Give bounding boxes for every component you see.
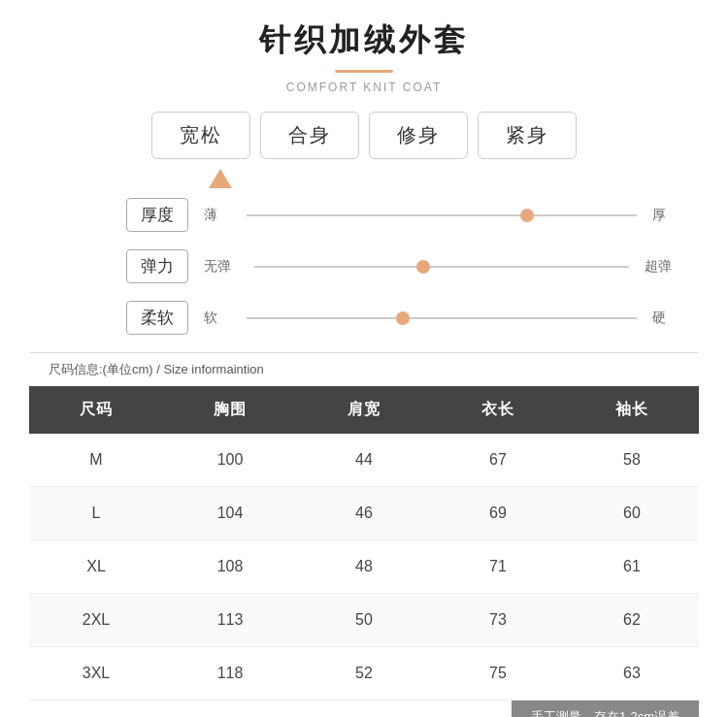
table-cell: 67: [431, 434, 565, 487]
slider-track-elasticity: [254, 266, 629, 268]
slider-dot-elasticity: [416, 260, 430, 274]
fit-btn-3[interactable]: 紧身: [478, 112, 577, 159]
fit-btn-1[interactable]: 合身: [260, 112, 359, 159]
slider-track-thickness: [247, 214, 637, 216]
attr-max-thickness: 厚: [652, 207, 679, 224]
page-wrapper: 针织加绒外套 COMFORT KNIT COAT 宽松 合身 修身 紧身 厚度 …: [0, 0, 728, 717]
attr-min-elasticity: 无弹: [204, 258, 239, 276]
table-header-cell: 肩宽: [297, 386, 431, 434]
measure-note: 手工测量，存在1-2cm误差: [512, 701, 699, 717]
fit-btn-0[interactable]: 宽松: [151, 112, 250, 159]
table-cell: 73: [431, 594, 565, 647]
table-cell: 113: [163, 594, 297, 647]
main-title: 针织加绒外套: [29, 19, 699, 62]
table-footer: 手工测量，存在1-2cm误差: [29, 701, 699, 717]
table-header-cell: 衣长: [431, 386, 565, 434]
table-cell: XL: [29, 540, 163, 594]
table-row: M100446758: [29, 434, 699, 487]
table-header-row: 尺码胸围肩宽衣长袖长: [29, 386, 699, 434]
attr-min-softness: 软: [204, 310, 231, 327]
table-cell: 61: [565, 540, 699, 594]
slider-dot-softness: [396, 311, 410, 325]
table-row: XL108487161: [29, 540, 699, 594]
table-cell: 100: [163, 434, 297, 487]
table-cell: 75: [431, 647, 565, 701]
slider-track-softness: [247, 317, 637, 319]
attr-row-thickness: 厚度 薄 厚: [49, 198, 679, 232]
table-cell: 118: [163, 647, 297, 701]
arrow-row: [29, 169, 699, 188]
table-cell: 104: [163, 487, 297, 540]
table-cell: 44: [297, 434, 431, 487]
title-underline: [335, 70, 393, 73]
attr-max-softness: 硬: [652, 310, 679, 327]
table-cell: 71: [431, 540, 565, 594]
size-table: 尺码胸围肩宽衣长袖长 M100446758L104466960XL1084871…: [29, 386, 699, 701]
table-cell: 46: [297, 487, 431, 540]
table-row: 3XL118527563: [29, 647, 699, 701]
table-cell: L: [29, 487, 163, 540]
table-cell: 62: [565, 594, 699, 647]
attr-min-thickness: 薄: [204, 207, 231, 224]
attr-row-elasticity: 弹力 无弹 超弹: [49, 249, 679, 283]
table-cell: 60: [565, 487, 699, 540]
table-cell: 52: [297, 647, 431, 701]
table-cell: 48: [297, 540, 431, 594]
table-cell: 50: [297, 594, 431, 647]
attr-max-elasticity: 超弹: [645, 258, 679, 276]
attr-label-softness: 柔软: [126, 301, 188, 335]
table-cell: 69: [431, 487, 565, 540]
subtitle: COMFORT KNIT COAT: [29, 81, 699, 94]
fit-indicator-arrow: [209, 169, 232, 188]
attr-label-thickness: 厚度: [126, 198, 188, 232]
table-cell: 3XL: [29, 647, 163, 701]
table-cell: 63: [565, 647, 699, 701]
size-info-header: 尺码信息:(单位cm) / Size informaintion: [29, 352, 699, 386]
fit-options: 宽松 合身 修身 紧身: [29, 112, 699, 159]
attr-row-softness: 柔软 软 硬: [49, 301, 679, 335]
table-header: 尺码胸围肩宽衣长袖长: [29, 386, 699, 434]
attr-label-elasticity: 弹力: [126, 249, 188, 283]
table-row: 2XL113507362: [29, 594, 699, 647]
table-header-cell: 袖长: [565, 386, 699, 434]
table-header-cell: 胸围: [163, 386, 297, 434]
slider-dot-thickness: [520, 209, 534, 222]
fit-btn-2[interactable]: 修身: [369, 112, 468, 159]
table-cell: 108: [163, 540, 297, 594]
attributes-section: 厚度 薄 厚 弹力 无弹 超弹 柔软 软 硬: [29, 198, 699, 335]
table-body: M100446758L104466960XL1084871612XL113507…: [29, 434, 699, 701]
table-cell: 2XL: [29, 594, 163, 647]
table-cell: 58: [565, 434, 699, 487]
table-row: L104466960: [29, 487, 699, 540]
table-cell: M: [29, 434, 163, 487]
table-header-cell: 尺码: [29, 386, 163, 434]
